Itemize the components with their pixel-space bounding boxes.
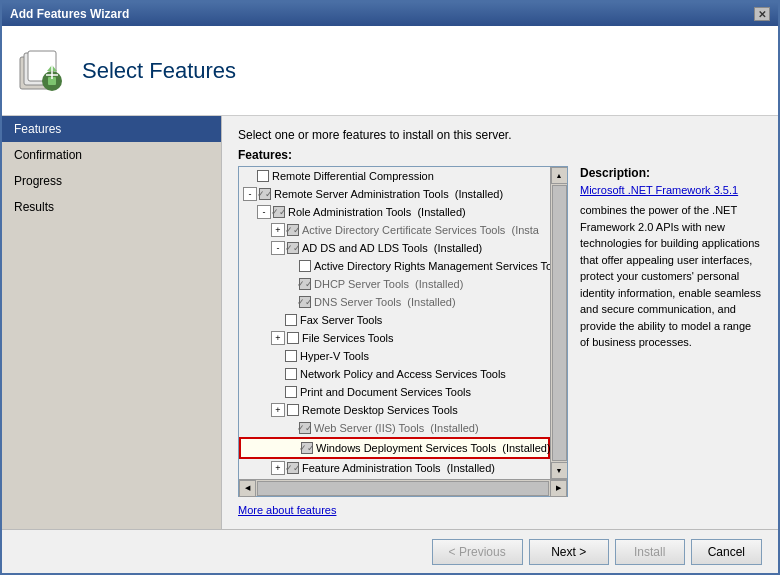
- checkbox-dhcp[interactable]: ✓: [299, 278, 311, 290]
- tree-item-iis[interactable]: ✓ Web Server (IIS) Tools (Installed): [239, 419, 550, 437]
- scroll-left-button[interactable]: ◀: [239, 480, 256, 497]
- tree-item-adrms[interactable]: Active Directory Rights Management Servi…: [239, 257, 550, 275]
- main-content: Select one or more features to install o…: [222, 116, 778, 529]
- checkbox-hyperv[interactable]: [285, 350, 297, 362]
- sidebar-item-progress[interactable]: Progress: [2, 168, 221, 194]
- vertical-scrollbar[interactable]: ▲ ▼: [550, 167, 567, 479]
- tree-item-wds[interactable]: ✓ Windows Deployment Services Tools (Ins…: [239, 437, 550, 459]
- window-title: Add Features Wizard: [10, 7, 129, 21]
- sidebar-item-results[interactable]: Results: [2, 194, 221, 220]
- tree-item-adcs[interactable]: + ✓ Active Directory Certificate Service…: [239, 221, 550, 239]
- content-area: Features Confirmation Progress Results S…: [2, 116, 778, 529]
- header-section: Select Features: [2, 26, 778, 116]
- checkbox-adcs[interactable]: ✓: [287, 224, 299, 236]
- wizard-icon: [18, 47, 66, 95]
- expand-addslds[interactable]: -: [271, 241, 285, 255]
- checkbox-rat[interactable]: ✓: [273, 206, 285, 218]
- next-button[interactable]: Next >: [529, 539, 609, 565]
- checkbox-rsat[interactable]: ✓: [259, 188, 271, 200]
- expand-fat[interactable]: +: [271, 461, 285, 475]
- more-features-section: More about features: [238, 503, 762, 517]
- checkbox-file[interactable]: [287, 332, 299, 344]
- checkbox-rds[interactable]: [287, 404, 299, 416]
- expand-rsat[interactable]: -: [243, 187, 257, 201]
- title-bar: Add Features Wizard ✕: [2, 2, 778, 26]
- scroll-thumb[interactable]: [552, 185, 567, 461]
- checkbox-npas[interactable]: [285, 368, 297, 380]
- scroll-up-button[interactable]: ▲: [551, 167, 568, 184]
- tree-item-print[interactable]: Print and Document Services Tools: [239, 383, 550, 401]
- expand-rat[interactable]: -: [257, 205, 271, 219]
- checkbox-addslds[interactable]: ✓: [287, 242, 299, 254]
- more-features-link[interactable]: More about features: [238, 504, 336, 516]
- tree-item-npas[interactable]: Network Policy and Access Services Tools: [239, 365, 550, 383]
- expand-rds[interactable]: +: [271, 403, 285, 417]
- tree-item-rat[interactable]: - ✓ Role Administration Tools (Installed…: [239, 203, 550, 221]
- expand-adcs[interactable]: +: [271, 223, 285, 237]
- features-label: Features:: [238, 148, 762, 162]
- tree-item-dns[interactable]: ✓ DNS Server Tools (Installed): [239, 293, 550, 311]
- tree-item-rds[interactable]: + Remote Desktop Services Tools: [239, 401, 550, 419]
- tree-item-addslds[interactable]: - ✓ AD DS and AD LDS Tools (Installed): [239, 239, 550, 257]
- main-window: Add Features Wizard ✕ Select Features Fe…: [0, 0, 780, 575]
- sidebar: Features Confirmation Progress Results: [2, 116, 222, 529]
- description-text: combines the power of the .NET Framework…: [580, 202, 762, 351]
- checkbox-wds[interactable]: ✓: [301, 442, 313, 454]
- checkbox-fax[interactable]: [285, 314, 297, 326]
- expand-file[interactable]: +: [271, 331, 285, 345]
- checkbox-fat[interactable]: ✓: [287, 462, 299, 474]
- checkbox-rdc[interactable]: [257, 170, 269, 182]
- horizontal-scrollbar[interactable]: ◀ ▶: [239, 479, 567, 496]
- horiz-scroll-thumb[interactable]: [257, 481, 549, 496]
- tree-item-hyperv[interactable]: Hyper-V Tools: [239, 347, 550, 365]
- instruction-text: Select one or more features to install o…: [238, 128, 762, 142]
- previous-button[interactable]: < Previous: [432, 539, 523, 565]
- close-button[interactable]: ✕: [754, 7, 770, 21]
- tree-item-fat[interactable]: + ✓ Feature Administration Tools (Instal…: [239, 459, 550, 477]
- tree-scroll-inner: Remote Differential Compression - ✓ Remo…: [239, 167, 550, 479]
- tree-item-rdc[interactable]: Remote Differential Compression: [239, 167, 550, 185]
- features-panel: Remote Differential Compression - ✓ Remo…: [238, 166, 762, 497]
- install-button[interactable]: Install: [615, 539, 685, 565]
- page-title: Select Features: [82, 58, 236, 84]
- checkbox-adrms[interactable]: [299, 260, 311, 272]
- tree-item-file[interactable]: + File Services Tools: [239, 329, 550, 347]
- scroll-down-button[interactable]: ▼: [551, 462, 568, 479]
- tree-item-fax[interactable]: Fax Server Tools: [239, 311, 550, 329]
- tree-item-dhcp[interactable]: ✓ DHCP Server Tools (Installed): [239, 275, 550, 293]
- tree-item-rsat[interactable]: - ✓ Remote Server Administration Tools (…: [239, 185, 550, 203]
- cancel-button[interactable]: Cancel: [691, 539, 762, 565]
- bottom-bar: < Previous Next > Install Cancel: [2, 529, 778, 573]
- checkbox-print[interactable]: [285, 386, 297, 398]
- scroll-right-button[interactable]: ▶: [550, 480, 567, 497]
- description-panel: Description: Microsoft .NET Framework 3.…: [580, 166, 762, 497]
- description-link[interactable]: Microsoft .NET Framework 3.5.1: [580, 184, 762, 196]
- checkbox-dns[interactable]: ✓: [299, 296, 311, 308]
- tree-wrapper: Remote Differential Compression - ✓ Remo…: [238, 166, 568, 497]
- sidebar-item-confirmation[interactable]: Confirmation: [2, 142, 221, 168]
- sidebar-item-features[interactable]: Features: [2, 116, 221, 142]
- description-label: Description:: [580, 166, 762, 180]
- checkbox-iis[interactable]: ✓: [299, 422, 311, 434]
